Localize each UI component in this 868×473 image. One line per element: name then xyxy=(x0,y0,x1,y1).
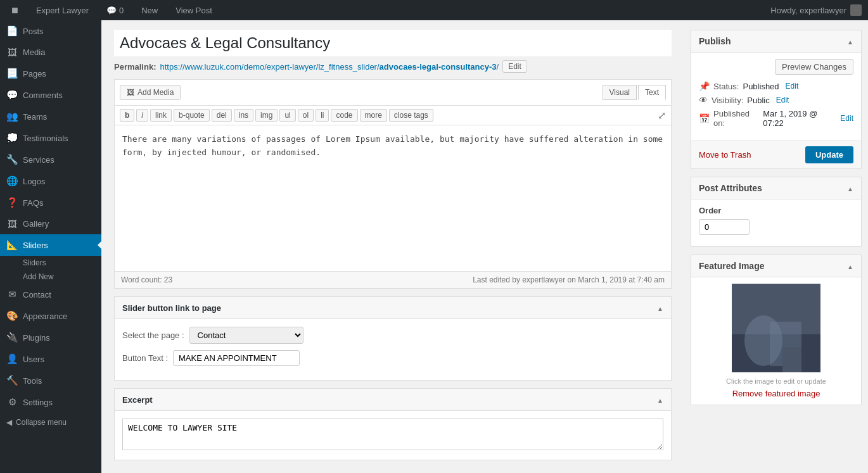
fmt-ins[interactable]: ins xyxy=(234,109,253,122)
remove-featured-image-button[interactable]: Remove featured image xyxy=(732,389,820,398)
fmt-close-tags[interactable]: close tags xyxy=(389,109,433,122)
fmt-italic[interactable]: i xyxy=(136,109,148,122)
sidebar-item-services[interactable]: 🔧 Services xyxy=(0,149,101,170)
featured-image-toggle[interactable] xyxy=(847,260,853,272)
tab-text[interactable]: Text xyxy=(638,85,666,100)
sidebar-item-logos[interactable]: 🌐 Logos xyxy=(0,170,101,192)
fmt-code[interactable]: code xyxy=(331,109,357,122)
status-icon: 📌 xyxy=(699,81,710,91)
settings-icon: ⚙ xyxy=(6,396,18,408)
sidebar-item-testimonials[interactable]: 💭 Testimonials xyxy=(0,127,101,149)
sidebar-item-posts[interactable]: 📄 Posts xyxy=(0,20,101,42)
excerpt-textarea[interactable]: WELCOME TO LAWYER SITE xyxy=(122,419,663,450)
fmt-img[interactable]: img xyxy=(255,109,278,122)
editor-footer: Word count: 23 Last edited by expertlawy… xyxy=(115,271,671,288)
featured-image-box: Featured Image Click the image to edit o… xyxy=(691,255,862,405)
collapse-menu[interactable]: ◀ Collapse menu xyxy=(0,413,101,432)
button-text-row: Button Text : xyxy=(122,350,663,366)
order-label: Order xyxy=(699,206,853,215)
slider-button-title: Slider button link to page xyxy=(122,303,221,313)
visibility-value: Public xyxy=(747,96,769,105)
page-select[interactable]: Contact Home About Services xyxy=(189,327,303,344)
status-row: 📌 Status: Published Edit xyxy=(699,81,853,91)
editor-toolbar-top: 🖼 Add Media Visual Text xyxy=(115,80,671,106)
page-select-row: Select the page : Contact Home About Ser… xyxy=(122,327,663,344)
add-media-button[interactable]: 🖼 Add Media xyxy=(120,85,181,100)
fmt-ol[interactable]: ol xyxy=(298,109,314,122)
published-value: Mar 1, 2019 @ 07:22 xyxy=(763,109,834,128)
excerpt-header[interactable]: Excerpt xyxy=(115,389,671,411)
order-input[interactable] xyxy=(699,219,750,235)
sidebar-item-users[interactable]: 👤 Users xyxy=(0,348,101,370)
post-attributes-title: Post Attributes xyxy=(699,183,762,193)
permalink-edit-button[interactable]: Edit xyxy=(502,60,527,73)
tab-visual[interactable]: Visual xyxy=(603,85,637,100)
published-edit-link[interactable]: Edit xyxy=(840,114,853,123)
slider-button-toggle[interactable] xyxy=(657,302,663,313)
sidebar-item-contact[interactable]: ✉ Contact xyxy=(0,284,101,305)
fmt-li[interactable]: li xyxy=(316,109,329,122)
sidebar-item-teams[interactable]: 👥 Teams xyxy=(0,106,101,127)
featured-image-title: Featured Image xyxy=(699,261,764,271)
slider-button-header[interactable]: Slider button link to page xyxy=(115,297,671,319)
sidebar-item-pages[interactable]: 📃 Pages xyxy=(0,63,101,84)
sidebar-item-plugins[interactable]: 🔌 Plugins xyxy=(0,327,101,348)
svg-rect-4 xyxy=(782,347,801,372)
move-to-trash-button[interactable]: Move to Trash xyxy=(699,150,751,160)
adminbar-new[interactable]: New xyxy=(136,0,163,20)
fullscreen-icon[interactable]: ⤢ xyxy=(658,110,666,122)
status-edit-link[interactable]: Edit xyxy=(786,82,799,91)
publish-toggle[interactable] xyxy=(847,35,853,47)
editor-content[interactable]: There are many variations of passages of… xyxy=(115,125,671,271)
media-icon: 🖼 xyxy=(6,47,18,58)
update-button[interactable]: Update xyxy=(805,146,853,163)
excerpt-body: WELCOME TO LAWYER SITE xyxy=(115,411,671,460)
sidebar-item-faqs[interactable]: ❓ FAQs xyxy=(0,192,101,213)
fmt-bquote[interactable]: b-quote xyxy=(174,109,210,122)
sidebar: 📄 Posts 🖼 Media 📃 Pages 💬 Comments 👥 Tea… xyxy=(0,20,101,473)
appearance-icon: 🎨 xyxy=(6,310,18,322)
publish-header[interactable]: Publish xyxy=(691,30,861,53)
fmt-link[interactable]: link xyxy=(150,109,172,122)
permalink-bar: Permalink: https://www.luzuk.com/demo/ex… xyxy=(114,60,672,73)
admin-bar: ■ Expert Lawyer 💬 0 New View Post Howdy,… xyxy=(0,0,868,20)
sidebar-sub-sliders[interactable]: Sliders xyxy=(0,256,101,270)
adminbar-comments[interactable]: 💬 0 xyxy=(101,0,129,20)
calendar-icon: 📅 xyxy=(699,113,710,123)
post-title-input[interactable] xyxy=(114,30,672,56)
fmt-more[interactable]: more xyxy=(360,109,387,122)
right-panel: Publish Preview Changes 📌 Status: Publis… xyxy=(684,20,868,473)
visibility-edit-link[interactable]: Edit xyxy=(776,96,789,104)
fmt-ul[interactable]: ul xyxy=(279,109,295,122)
sidebar-item-appearance[interactable]: 🎨 Appearance xyxy=(0,305,101,327)
permalink-url[interactable]: https://www.luzuk.com/demo/expert-lawyer… xyxy=(160,62,499,72)
sidebar-item-sliders[interactable]: 📐 Sliders xyxy=(0,234,101,256)
comment-icon: 💬 xyxy=(106,6,117,15)
sidebar-sub-add-new[interactable]: Add New xyxy=(0,270,101,284)
users-icon: 👤 xyxy=(6,353,18,365)
sidebar-item-comments[interactable]: 💬 Comments xyxy=(0,84,101,106)
adminbar-site-name[interactable]: Expert Lawyer xyxy=(31,0,94,20)
teams-icon: 👥 xyxy=(6,111,18,122)
excerpt-toggle[interactable] xyxy=(657,394,663,405)
fmt-bold[interactable]: b xyxy=(120,109,134,122)
wp-logo[interactable]: ■ xyxy=(6,0,23,20)
button-text-input[interactable] xyxy=(173,350,300,366)
published-row: 📅 Published on: Mar 1, 2019 @ 07:22 Edit xyxy=(699,109,853,128)
featured-image-thumbnail[interactable] xyxy=(732,284,820,372)
sidebar-item-tools[interactable]: 🔨 Tools xyxy=(0,370,101,391)
sidebar-item-settings[interactable]: ⚙ Settings xyxy=(0,391,101,413)
preview-changes-button[interactable]: Preview Changes xyxy=(775,59,853,75)
excerpt-box: Excerpt WELCOME TO LAWYER SITE xyxy=(114,388,672,460)
services-icon: 🔧 xyxy=(6,154,18,165)
fmt-del[interactable]: del xyxy=(212,109,232,122)
slider-button-box: Slider button link to page Select the pa… xyxy=(114,296,672,381)
featured-image-header[interactable]: Featured Image xyxy=(691,255,861,277)
post-attributes-header[interactable]: Post Attributes xyxy=(691,177,861,199)
post-attributes-toggle[interactable] xyxy=(847,182,853,194)
sidebar-item-media[interactable]: 🖼 Media xyxy=(0,42,101,63)
adminbar-view-post[interactable]: View Post xyxy=(170,0,217,20)
excerpt-title: Excerpt xyxy=(122,395,153,405)
plugins-icon: 🔌 xyxy=(6,332,18,343)
sidebar-item-gallery[interactable]: 🖼 Gallery xyxy=(0,213,101,234)
